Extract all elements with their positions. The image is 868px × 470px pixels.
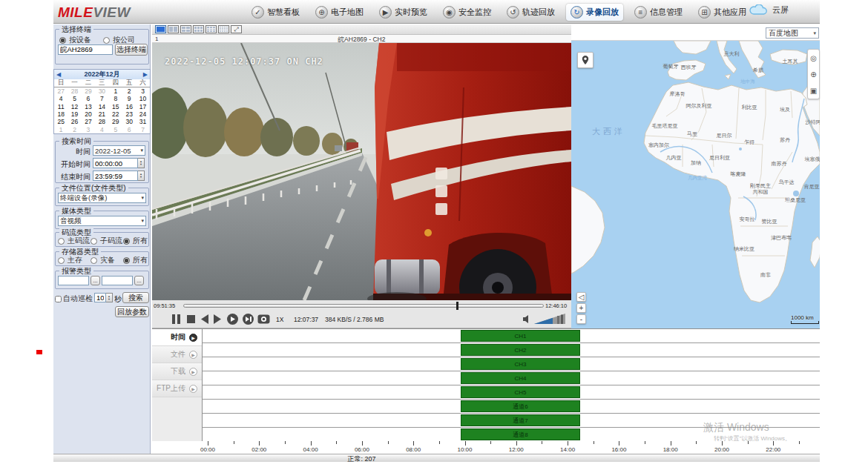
recording-bar[interactable]: CH4: [461, 372, 581, 384]
calendar-next-icon[interactable]: ▶: [143, 71, 148, 78]
pause-button[interactable]: [171, 314, 181, 325]
radio-storage-type-所有[interactable]: 所有: [123, 255, 148, 265]
calendar-day[interactable]: 3: [82, 126, 95, 133]
stop-button[interactable]: [186, 314, 196, 325]
calendar-day[interactable]: 19: [68, 110, 81, 118]
calendar-day[interactable]: 27: [82, 118, 95, 125]
play-button[interactable]: [213, 314, 223, 325]
calendar-day[interactable]: 17: [136, 103, 149, 110]
end-time-spinner[interactable]: ▲▼: [93, 171, 145, 181]
calendar-day[interactable]: 12: [68, 103, 81, 110]
nav-item-dashboard[interactable]: ✓智慧看板: [247, 4, 304, 21]
radio-button[interactable]: [123, 238, 130, 245]
auto-patrol-input[interactable]: [94, 293, 106, 302]
map-provider-select[interactable]: 百度地图 ▾: [766, 27, 819, 39]
seek-slider[interactable]: [183, 304, 544, 308]
calendar-day[interactable]: 4: [95, 126, 108, 133]
start-time-spinner[interactable]: ▲▼: [93, 158, 145, 168]
calendar-day[interactable]: 25: [54, 118, 68, 125]
calendar-day[interactable]: 7: [95, 95, 108, 102]
end-time-input[interactable]: [93, 171, 138, 181]
calendar-day[interactable]: 5: [68, 95, 81, 102]
radio-button[interactable]: [123, 257, 130, 264]
speaker-icon[interactable]: [522, 314, 532, 324]
spinner-arrows-icon[interactable]: ▲▼: [138, 171, 145, 181]
channel-row-CH2[interactable]: CH2: [203, 343, 820, 357]
calendar-day[interactable]: 6: [82, 95, 95, 102]
timeline-tab-FTP上传[interactable]: FTP上传▶: [152, 380, 202, 397]
date-select[interactable]: 2022-12-05 ▾: [93, 145, 145, 156]
map-zoom-in-button[interactable]: +: [576, 303, 586, 313]
calendar-day[interactable]: 28: [95, 118, 108, 125]
alarm-browse-button-2[interactable]: ...: [134, 276, 144, 285]
search-button[interactable]: 搜索: [122, 292, 149, 303]
calendar-day[interactable]: 10: [136, 95, 149, 102]
radio-terminal-mode-按设备[interactable]: 按设备: [59, 35, 91, 45]
calendar-day[interactable]: 21: [95, 110, 108, 118]
spinner-arrows-icon[interactable]: ▲▼: [106, 293, 113, 302]
channel-row-CH5[interactable]: CH5: [203, 385, 820, 400]
map-canvas[interactable]: 大西洋 地中海几内亚湾 葡萄牙西班牙意大利希腊土耳其摩洛哥阿尔及利亚利比亚埃及沙…: [571, 41, 820, 328]
calendar-day[interactable]: 6: [122, 126, 136, 133]
calendar-day[interactable]: 11: [54, 103, 68, 110]
timeline-tab-文件[interactable]: 文件▶: [152, 346, 202, 363]
calendar-day[interactable]: 28: [68, 87, 81, 95]
nav-item-video-playback[interactable]: ↻录像回放: [566, 4, 623, 21]
globe-tool-icon[interactable]: ⊕: [810, 70, 816, 79]
radio-button[interactable]: [58, 257, 65, 264]
recording-bar[interactable]: CH2: [461, 344, 581, 356]
alarm-type-input-1[interactable]: [58, 276, 89, 285]
timeline-tab-下载[interactable]: 下载▶: [152, 363, 202, 380]
channel-row-CH3[interactable]: CH3: [203, 357, 820, 371]
calendar-day[interactable]: 29: [109, 118, 122, 125]
video-frame[interactable]: [152, 43, 571, 300]
cube-3d-tool-icon[interactable]: ▣: [810, 87, 817, 95]
layout-2-button[interactable]: [168, 25, 179, 33]
calendar-day[interactable]: 24: [136, 110, 149, 118]
calendar-day[interactable]: 27: [54, 87, 68, 95]
calendar-day[interactable]: 4: [54, 95, 68, 102]
map-zoom-out-button[interactable]: -: [576, 314, 586, 324]
layout-16-button[interactable]: [218, 25, 229, 33]
recording-bar[interactable]: CH5: [461, 386, 581, 398]
nav-item-track-playback[interactable]: ↺轨迹回放: [502, 4, 559, 21]
fullscreen-button[interactable]: ⤢: [231, 25, 242, 33]
cloud-screen-button[interactable]: 云屏: [749, 4, 789, 16]
calendar-day[interactable]: 23: [122, 110, 136, 118]
calendar-day[interactable]: 3: [136, 87, 149, 95]
calendar-day[interactable]: 2: [122, 87, 136, 95]
calendar-day[interactable]: 15: [109, 103, 122, 110]
radio-stream-type-子码流[interactable]: 子码流: [91, 236, 122, 246]
map-locate-button[interactable]: [577, 52, 594, 68]
layout-4-button[interactable]: [180, 25, 191, 33]
calendar-day[interactable]: 8: [109, 95, 122, 102]
auto-patrol-checkbox[interactable]: [55, 296, 62, 302]
alarm-browse-button-1[interactable]: ...: [91, 276, 100, 285]
media-type-select[interactable]: 音视频 ▾: [58, 216, 146, 226]
map-pan-button[interactable]: ◁: [576, 292, 586, 302]
nav-item-other-apps[interactable]: ⊞其他应用: [694, 4, 751, 21]
radio-storage-type-灾备[interactable]: 灾备: [91, 255, 115, 265]
radio-button[interactable]: [91, 257, 97, 264]
calendar-day[interactable]: 2: [68, 126, 81, 133]
channel-row-通道6[interactable]: 通道6: [203, 400, 820, 414]
fast-play-button[interactable]: [242, 313, 254, 325]
radio-button[interactable]: [91, 238, 97, 245]
nav-item-live-preview[interactable]: ▶实时预览: [375, 4, 432, 21]
radio-button[interactable]: [103, 37, 110, 44]
calendar-prev-icon[interactable]: ◀: [56, 71, 61, 78]
calendar-day[interactable]: 14: [95, 103, 108, 110]
volume-slider[interactable]: [534, 314, 565, 324]
playback-params-button[interactable]: 回放参数: [115, 306, 149, 317]
snapshot-button[interactable]: [257, 314, 270, 325]
slow-play-button[interactable]: [226, 313, 239, 325]
calendar-day[interactable]: 31: [136, 118, 149, 125]
radio-button[interactable]: [58, 238, 65, 245]
nav-item-security-monitor[interactable]: ◉安全监控: [438, 4, 496, 21]
recording-bar[interactable]: CH1: [461, 330, 581, 342]
streetview-tool-icon[interactable]: ◎: [810, 54, 817, 62]
nav-item-info-management[interactable]: ≡信息管理: [630, 4, 687, 21]
file-location-select[interactable]: 终端设备(录像) ▾: [58, 193, 146, 203]
recording-bar[interactable]: 通道8: [461, 428, 581, 440]
radio-stream-type-主码流[interactable]: 主码流: [58, 236, 90, 246]
